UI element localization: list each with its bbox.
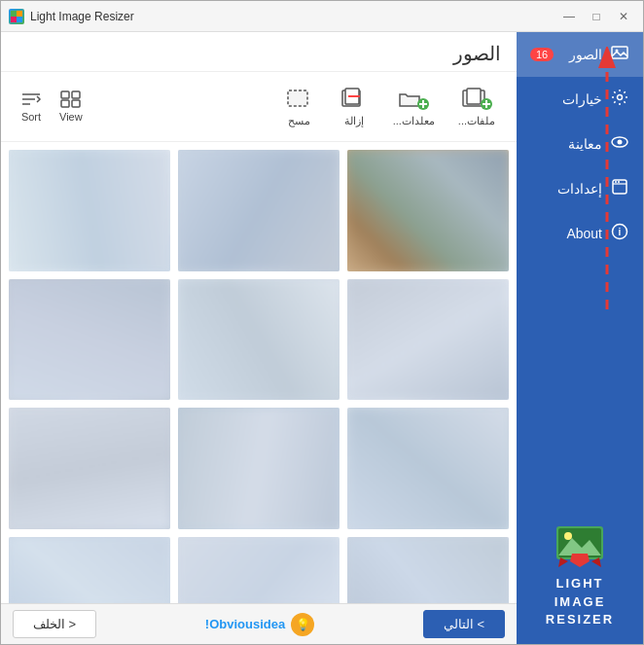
logo-image: [551, 519, 609, 567]
right-panel: الصور: [1, 32, 517, 644]
svg-text:i: i: [619, 227, 622, 237]
svg-point-10: [618, 140, 623, 145]
list-item[interactable]: [347, 279, 509, 401]
sidebar-item-preview[interactable]: معاينة: [517, 122, 643, 166]
image-grid: [9, 150, 509, 603]
sidebar-settings-label: إعدادات: [557, 181, 602, 197]
image-grid-container[interactable]: [1, 142, 517, 603]
sidebar: الصور 16: [517, 32, 643, 644]
list-item[interactable]: [347, 150, 509, 271]
main-content: الصور 16: [1, 32, 643, 644]
options-icon: [610, 89, 629, 110]
svg-rect-0: [11, 11, 17, 17]
list-item[interactable]: [347, 408, 509, 529]
svg-rect-39: [61, 91, 69, 98]
minimize-button[interactable]: —: [557, 7, 581, 26]
clear-button[interactable]: مسح: [274, 80, 325, 133]
sidebar-item-about[interactable]: i About: [517, 211, 643, 256]
images-icon: [610, 44, 629, 65]
list-item[interactable]: [9, 279, 170, 401]
clear-icon: [284, 86, 315, 111]
toolbar-group: ملفات... معلدات...: [94, 80, 505, 133]
list-item[interactable]: [178, 408, 340, 529]
about-icon: i: [610, 223, 629, 244]
svg-rect-25: [467, 89, 481, 104]
title-bar: Light Image Resizer — □ ✕: [1, 1, 643, 32]
bottom-logo-icon: 💡: [291, 613, 314, 636]
sidebar-item-options[interactable]: خيارات: [517, 77, 643, 122]
back-button[interactable]: < الخلف: [13, 610, 96, 638]
bottom-bar: > التالي 💡 Obviousidea! < الخلف: [1, 603, 517, 644]
sidebar-item-images[interactable]: الصور 16: [517, 32, 643, 77]
sidebar-logo: LIGHT IMAGE RESIZER: [517, 503, 643, 644]
svg-rect-42: [72, 100, 80, 107]
svg-marker-21: [570, 554, 590, 567]
remove-button[interactable]: إزالة: [329, 80, 379, 133]
sidebar-about-label: About: [566, 226, 602, 241]
title-bar-left: Light Image Resizer: [9, 9, 134, 24]
toolbar-right: Sort View: [13, 87, 90, 126]
svg-point-13: [615, 181, 617, 183]
page-title: الصور: [1, 32, 517, 72]
list-item[interactable]: [9, 537, 170, 604]
list-item[interactable]: [178, 537, 340, 604]
svg-point-20: [564, 532, 572, 540]
list-item[interactable]: [9, 408, 170, 529]
svg-rect-35: [288, 90, 307, 106]
images-badge: 16: [530, 48, 554, 61]
bottom-logo-text: Obviousidea!: [205, 617, 285, 631]
sidebar-item-settings[interactable]: إعدادات: [517, 166, 643, 211]
svg-rect-3: [11, 17, 17, 22]
toolbar: ملفات... معلدات...: [1, 72, 517, 142]
sidebar-nav: الصور 16: [517, 32, 643, 503]
view-button[interactable]: View: [52, 87, 90, 126]
add-files-icon: [461, 86, 492, 111]
svg-rect-2: [17, 11, 22, 17]
logo-text: LIGHT IMAGE RESIZER: [546, 575, 614, 628]
svg-rect-40: [72, 91, 80, 98]
sidebar-preview-label: معاينة: [568, 136, 602, 152]
svg-rect-4: [612, 47, 627, 58]
svg-rect-1: [17, 17, 22, 22]
list-item[interactable]: [178, 150, 340, 271]
add-folder-button[interactable]: معلدات...: [383, 80, 445, 133]
app-title: Light Image Resizer: [30, 10, 134, 23]
svg-point-14: [618, 181, 620, 183]
svg-point-8: [618, 95, 623, 100]
app-icon: [9, 9, 24, 24]
bottom-left: 💡 Obviousidea!: [205, 613, 314, 636]
svg-rect-41: [61, 100, 69, 107]
title-bar-controls: — □ ✕: [557, 7, 635, 26]
preview-icon: [610, 133, 629, 155]
maximize-button[interactable]: □: [585, 7, 608, 26]
list-item[interactable]: [347, 537, 509, 604]
next-button[interactable]: > التالي: [423, 610, 505, 638]
list-item[interactable]: [9, 150, 170, 271]
sort-button[interactable]: Sort: [13, 87, 50, 126]
sidebar-images-label: الصور: [569, 47, 602, 62]
list-item[interactable]: [178, 279, 340, 401]
sidebar-options-label: خيارات: [562, 91, 602, 107]
remove-icon: [339, 86, 370, 111]
close-button[interactable]: ✕: [612, 7, 635, 26]
settings-icon: [610, 178, 629, 199]
add-files-button[interactable]: ملفات...: [448, 80, 505, 133]
add-folder-icon: [398, 86, 429, 111]
main-window: Light Image Resizer — □ ✕: [0, 0, 644, 645]
